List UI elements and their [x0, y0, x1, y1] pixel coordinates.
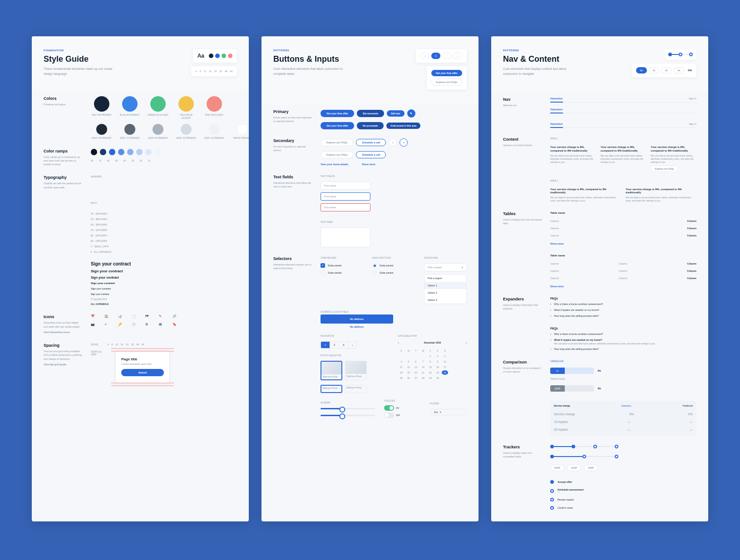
cal-prev-icon[interactable]: ‹ [398, 341, 399, 344]
swatch: YELLOW 50 ACCENT [175, 96, 197, 119]
swatch: GRAY 90 PRIMARY [91, 124, 113, 140]
spacing-link[interactable]: View 8pt grid guide [44, 363, 83, 366]
page-2[interactable]: 2 [330, 342, 339, 348]
panel-header: FOUNDATION Style Guide These fundamental… [32, 36, 249, 92]
nav-link[interactable]: Sign in [689, 97, 696, 100]
primary-button[interactable]: No proceeds [357, 122, 384, 129]
pagination-preview: ‹ 1 · › [416, 49, 467, 63]
content-card: Your service charge is 8%, compared to 9… [626, 188, 696, 203]
section-typography: Typography Graphik set with the perfect-… [44, 175, 237, 305]
tracker-step: Schedule assessment— [550, 488, 696, 493]
slider[interactable] [321, 415, 375, 416]
text-input-error[interactable]: First name [321, 203, 370, 211]
secondary-button[interactable]: Explore our FAQs [321, 139, 353, 146]
photo-thumbnail[interactable]: Bathroom Photo [321, 385, 342, 393]
dot-green [222, 54, 226, 58]
brand-logo[interactable]: /Opendoor [550, 97, 563, 103]
text-input[interactable]: First name [321, 182, 370, 190]
text-link[interactable]: Show more [362, 163, 375, 166]
camera-icon: 📷 [91, 323, 98, 326]
secondary-button[interactable]: Explore our FAQs [321, 151, 353, 158]
faq-item-expanded[interactable]: ›What if repairs are needed on my home?W… [550, 339, 696, 345]
content-cta[interactable]: Explore our FAQs [651, 166, 678, 172]
faq-item[interactable]: ›How long does the selling process take? [550, 348, 696, 351]
page-2[interactable]: · [442, 53, 451, 59]
faq-item[interactable]: ›Why is there a home condition assessmen… [550, 333, 696, 336]
chevron-down-icon: ▾ [462, 266, 463, 269]
text-input-focused[interactable]: First name [321, 192, 370, 201]
primary-button[interactable]: Grab accent in this area [386, 123, 420, 129]
slider[interactable] [321, 408, 375, 409]
calendar-icon: 📅 [91, 314, 98, 318]
section-desc: Streamline icons at 24px height and widt… [44, 321, 83, 329]
primary-button-sm[interactable]: Sell now [387, 110, 404, 117]
faq-item[interactable]: ›What if repairs are needed on my home? [550, 309, 696, 312]
panel-header: PATTERNS Nav & Content Core elements tha… [491, 36, 708, 93]
prev-icon[interactable]: ‹ [420, 53, 429, 59]
checkbox[interactable]: ✓Solar panels [321, 263, 363, 268]
section-comparison: Comparison Visuals that allow us to comp… [503, 360, 696, 436]
section-title: Typography [44, 175, 83, 180]
page-1[interactable]: 1 [431, 53, 440, 59]
secondary-icon-button[interactable]: + [389, 138, 397, 147]
brand-logo[interactable]: /Opendoor [550, 123, 563, 128]
next-icon[interactable]: › [453, 53, 462, 59]
photo-thumbnail[interactable]: Bathroom Photo [345, 385, 367, 393]
comparison-card: Service charge Opendoor Traditional Serv… [550, 401, 696, 436]
toggle-off[interactable] [384, 413, 394, 418]
address-link[interactable]: No address [321, 325, 393, 328]
radio[interactable]: Solar panels [372, 263, 415, 268]
photo-thumbnail[interactable]: Bathroom Photo [345, 361, 367, 380]
faq-item[interactable]: ›How long does the selling process take? [550, 314, 696, 318]
cta-preview[interactable]: Get your free offer [431, 70, 462, 76]
radio[interactable]: Solar panels [372, 270, 415, 275]
cta-secondary-preview[interactable]: Explore our FAQs [431, 79, 462, 86]
address-button[interactable]: No address [321, 314, 393, 324]
submit-button[interactable]: Submit [121, 369, 164, 376]
header-widgets: Aa 4 8 12 16 24 32 48 64 [191, 49, 237, 76]
dot-coral [228, 54, 232, 58]
chevron-right-icon: › [550, 314, 551, 318]
show-more-link[interactable]: Show more [550, 285, 696, 288]
compare-bar: LESS0% [550, 385, 605, 392]
brand-logo[interactable]: /Opendoor [550, 108, 563, 113]
faq-item[interactable]: ›Why is there a home condition assessmen… [550, 303, 696, 306]
text-link[interactable]: View your home details [321, 163, 348, 166]
sections: Colors Primaries and grays NAVY 80 PRIMA… [32, 92, 249, 395]
secondary-icon-button[interactable]: + [400, 138, 408, 147]
primary-button[interactable]: Get your free offer [321, 122, 354, 129]
section-desc: Color values go in increments up and dow… [44, 155, 83, 167]
toggle-on[interactable] [384, 405, 394, 411]
swatch: NAVY 80 PRIMARY [91, 96, 113, 119]
pagination: 1 2 3 › [321, 341, 357, 349]
table-row: ColumnColumnColumn [550, 276, 696, 280]
nav-link[interactable]: Sign in [689, 123, 696, 126]
ramp-row [91, 149, 237, 155]
next-page[interactable]: › [348, 342, 356, 348]
dropdown[interactable]: Pick a region▾ [424, 263, 467, 271]
cal-next-icon[interactable]: › [466, 341, 467, 344]
checkbox[interactable]: Solar panels [321, 270, 363, 275]
secondary-button[interactable]: Schedule a call [356, 151, 386, 158]
tracker-preview [665, 49, 696, 60]
cal-day-selected[interactable]: 24 [442, 370, 448, 375]
chevron-right-icon: › [550, 303, 551, 306]
panel-title-block: PATTERNS Nav & Content Core elements tha… [503, 49, 576, 76]
show-more-link[interactable]: Show more [550, 242, 696, 245]
textarea[interactable] [321, 227, 370, 247]
panel-nav-content: PATTERNS Nav & Content Core elements tha… [491, 36, 708, 521]
chevron-right-icon: › [550, 333, 551, 336]
primary-button[interactable]: Set accounts [357, 110, 384, 117]
swatch: GRAY 10 PRIMARY [203, 124, 225, 140]
photo-thumbnail[interactable]: Bathroom Photo [321, 361, 342, 380]
page-1[interactable]: 1 [321, 342, 330, 348]
section-color-ramps: Color ramps Color values go in increment… [44, 149, 237, 167]
icons-link[interactable]: View Streamline icons [44, 330, 83, 334]
primary-icon-button[interactable]: ✎ [407, 109, 415, 118]
filter-chip[interactable]: Any▾ [430, 409, 467, 415]
typography-preview-card: Aa [193, 49, 237, 63]
page-3[interactable]: 3 [339, 342, 348, 348]
link-icon: 🔗 [173, 314, 180, 318]
secondary-button[interactable]: Schedule a call [356, 139, 386, 146]
primary-button[interactable]: Get your free offer [321, 110, 354, 117]
